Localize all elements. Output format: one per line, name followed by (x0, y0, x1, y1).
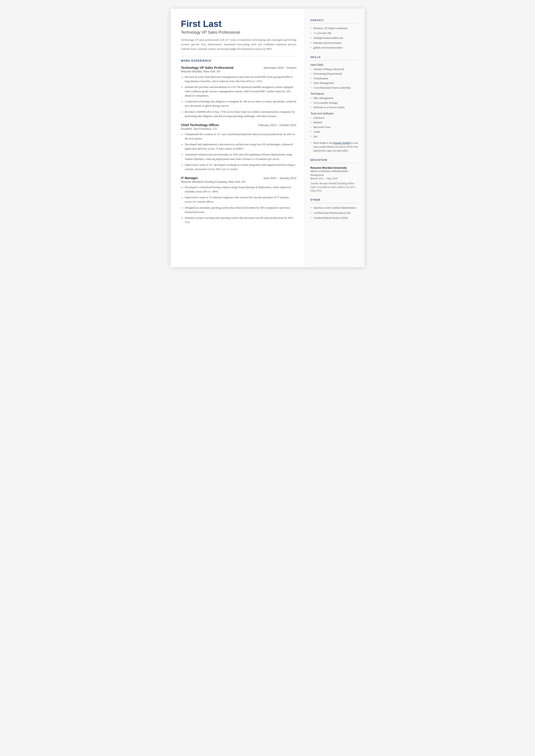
contact-section-label: CONTACT (310, 19, 358, 21)
right-column: CONTACT Houston, TX (Open to Remote) +1-… (304, 9, 365, 267)
skill-5: Cross-functional Team Leadership (310, 86, 358, 90)
skills-techniques-title: Techniques: (310, 92, 358, 95)
education-section: EDUCATION Resume Worded University Maste… (310, 159, 358, 192)
contact-email: email@resumeworded.com (310, 36, 358, 40)
contact-linkedin: linkedin.com/in/username (310, 41, 358, 45)
bullet-1-3: Conducted technology due diligence to in… (181, 99, 296, 108)
bullet-3-1: Developed a centralized backup solution … (181, 185, 296, 194)
job-title-3: IT Manager (181, 176, 198, 180)
bullet-1-2: Initiated the purchase and installation … (181, 85, 296, 98)
skill-2: Forecasting (Experienced) (310, 72, 358, 76)
edu-awards-1: Awards: Resume Worded Teaching Fellow (o… (310, 182, 358, 192)
job-company-3: Resume Worded's Exciting Company, New Yo… (181, 180, 296, 183)
job-title-2: Chief Technology Officer (181, 123, 219, 127)
technique-1: P&L Management (310, 96, 358, 100)
job-block-3: IT Manager June 2010 – January 2013 Resu… (181, 176, 296, 224)
skill-4: Sales Management (310, 81, 358, 85)
contact-location: Houston, TX (Open to Remote) (310, 26, 358, 30)
contact-phone: +1-234-456-789 (310, 32, 358, 35)
contact-section: CONTACT Houston, TX (Open to Remote) +1-… (310, 19, 358, 50)
job-bullets-1: Devised an early fraud detection managem… (181, 75, 296, 118)
tool-1: Salesforce (310, 116, 358, 120)
tool-4: Asana (310, 130, 358, 134)
candidate-name: First Last (181, 19, 296, 29)
other-item-1: Salesforce.com Certified Administrator. (310, 206, 358, 210)
skill-1: Solution Selling (Advanced) (310, 68, 358, 71)
work-section-label: WORK EXPERIENCE (181, 59, 296, 62)
summary-text: Technology VP sales professional with 10… (181, 38, 296, 51)
job-company-1: Resume Worded, New York, NY (181, 70, 296, 73)
tool-5: Jira (310, 135, 358, 139)
job-dates-1: November 2015 – Present (264, 66, 296, 70)
bullet-3-2: Supervised a team of 13 software enginee… (181, 195, 296, 204)
bullet-2-2: Developed and implemented a microservice… (181, 142, 296, 151)
job-dates-2: February 2013 – October 2015 (258, 124, 296, 127)
skills-section-label: SKILLS (310, 56, 358, 58)
job-bullets-2: Championed the creation of 13+ new cloud… (181, 132, 296, 171)
job-dates-3: June 2010 – January 2013 (263, 177, 296, 180)
promo-link[interactable]: Resume Worded (333, 141, 350, 144)
job-title-1: Technology VP Sales Professional (181, 66, 234, 70)
edu-entry-1: Resume Worded University Master of Busin… (310, 166, 358, 192)
skills-section: SKILLS Hard Skills: Solution Selling (Ad… (310, 56, 358, 153)
job-header-3: IT Manager June 2010 – January 2013 (181, 176, 296, 180)
education-section-label: EDUCATION (310, 159, 358, 161)
edu-field-1: Management (310, 173, 358, 177)
bullet-1-1: Devised an early fraud detection managem… (181, 75, 296, 83)
technique-3: Software as a Service (SaaS) (310, 106, 358, 109)
job-bullets-3: Developed a centralized backup solution … (181, 185, 296, 224)
bullet-3-4: Initiated a project tracking and reporti… (181, 216, 296, 224)
bullet-2-4: Supervised a team of 32+ developers work… (181, 163, 296, 171)
edu-degree-1: Master of Business Administration (310, 169, 358, 173)
skills-hard-title: Hard Skills: (310, 63, 358, 66)
job-header-2: Chief Technology Officer February 2013 –… (181, 123, 296, 127)
name-title-block: First Last Technology VP Sales Professio… (181, 19, 296, 35)
skills-tools: Tools and Software: Salesforce Marketo M… (310, 112, 358, 139)
bullet-3-3: Designed an automatic patching system th… (181, 206, 296, 214)
skills-hard: Hard Skills: Solution Selling (Advanced)… (310, 63, 358, 90)
edu-loc-date-1: Boston, MA — May 2010 (310, 177, 358, 181)
skill-3: Virtualization (310, 77, 358, 81)
promo-block: Don't forget to use Resume Worded to sca… (310, 141, 358, 153)
skills-tools-title: Tools and Software: (310, 112, 358, 115)
candidate-title: Technology VP Sales Professional (181, 30, 296, 35)
other-section-label: OTHER (310, 199, 358, 201)
edu-school-1: Resume Worded University (310, 166, 358, 169)
contact-github: github.com/resumeworded (310, 46, 358, 50)
skills-techniques: Techniques: P&L Management Go-to-market … (310, 92, 358, 109)
resume-page: First Last Technology VP Sales Professio… (171, 9, 365, 267)
bullet-2-1: Championed the creation of 13+ new cloud… (181, 132, 296, 141)
work-divider (181, 56, 296, 56)
tool-3: Microsoft Visio (310, 126, 358, 129)
other-item-2: Certified Sales Professional (CSP). (310, 211, 358, 215)
other-section: OTHER Salesforce.com Certified Administr… (310, 199, 358, 220)
technique-2: Go-to-market Strategy (310, 101, 358, 105)
left-column: First Last Technology VP Sales Professio… (171, 9, 304, 267)
tool-2: Marketo (310, 121, 358, 125)
other-item-3: Certified Ethical Hacker (CEH). (310, 216, 358, 220)
job-company-2: Growthsi, San Francisco, CA (181, 127, 296, 130)
job-block-1: Technology VP Sales Professional Novembe… (181, 66, 296, 118)
bullet-2-3: Automated infrastructure provisioning vi… (181, 153, 296, 161)
job-block-2: Chief Technology Officer February 2013 –… (181, 123, 296, 171)
bullet-1-4: Revoked a $400M offer to buy 175K access… (181, 110, 296, 118)
promo-prefix: Don't forget to use (314, 141, 333, 144)
job-header-1: Technology VP Sales Professional Novembe… (181, 66, 296, 70)
